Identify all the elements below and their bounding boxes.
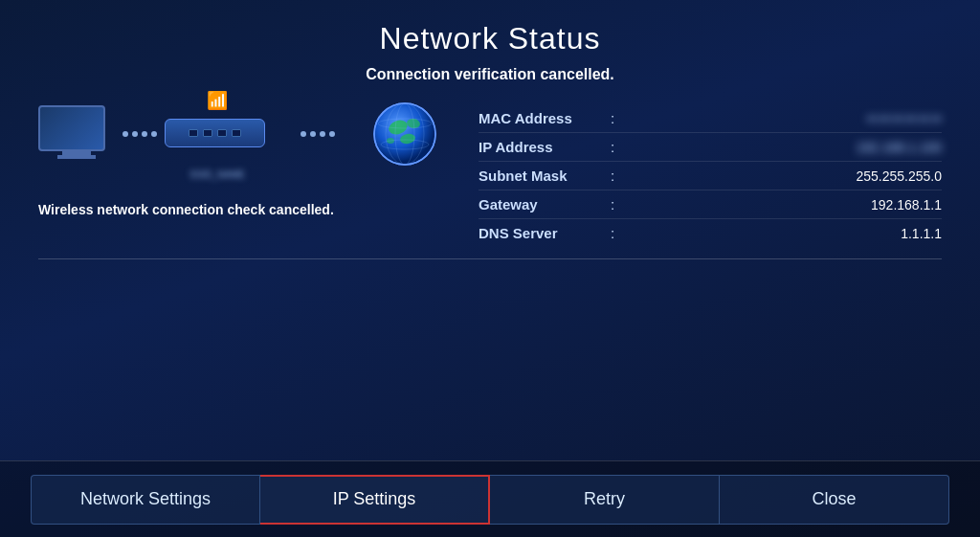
globe-icon bbox=[371, 101, 438, 168]
info-label: MAC Address bbox=[479, 110, 603, 126]
page-title: Network Status bbox=[0, 0, 980, 66]
diagram-row: 📶 SSID_NAME bbox=[38, 101, 438, 168]
info-colon: : bbox=[603, 110, 622, 126]
close-button[interactable]: Close bbox=[720, 475, 949, 525]
router-port bbox=[217, 129, 227, 137]
router-body bbox=[165, 119, 265, 147]
dot bbox=[329, 131, 335, 137]
connection-status-subtitle: Connection verification cancelled. bbox=[0, 66, 980, 83]
network-diagram: 📶 SSID_NAME bbox=[38, 101, 450, 217]
router-label: SSID_NAME bbox=[189, 169, 245, 180]
section-divider bbox=[38, 258, 942, 259]
info-label: IP Address bbox=[479, 139, 603, 155]
router-port bbox=[189, 129, 198, 137]
network-info-row: IP Address:192.168.1.100 bbox=[479, 133, 942, 162]
ip-settings-button[interactable]: IP Settings bbox=[260, 475, 490, 525]
network-info-row: Subnet Mask:255.255.255.0 bbox=[479, 162, 942, 190]
dot bbox=[122, 131, 128, 137]
tv-screen bbox=[38, 105, 105, 151]
dot bbox=[132, 131, 138, 137]
router-port bbox=[232, 129, 241, 137]
info-colon: : bbox=[603, 139, 622, 155]
info-colon: : bbox=[603, 196, 622, 213]
network-info-panel: MAC Address:••:••:••:••:••:••IP Address:… bbox=[479, 104, 942, 247]
info-label: Gateway bbox=[479, 196, 603, 213]
tv-base bbox=[57, 155, 96, 159]
network-info-row: Gateway:192.168.1.1 bbox=[479, 190, 942, 219]
main-content: 📶 SSID_NAME bbox=[0, 101, 980, 247]
wireless-notice: Wireless network connection check cancel… bbox=[38, 202, 334, 217]
router-icon: 📶 SSID_NAME bbox=[165, 105, 270, 163]
footer-buttons: Network SettingsIP SettingsRetryClose bbox=[0, 460, 980, 537]
info-colon: : bbox=[603, 168, 622, 184]
network-info-row: DNS Server:1.1.1.1 bbox=[479, 219, 942, 247]
wifi-icon: 📶 bbox=[207, 90, 228, 111]
info-value: 255.255.255.0 bbox=[622, 168, 942, 184]
dot bbox=[310, 131, 316, 137]
tv-icon bbox=[38, 105, 115, 163]
dot bbox=[142, 131, 147, 137]
dot bbox=[151, 131, 157, 137]
network-info-row: MAC Address:••:••:••:••:••:•• bbox=[479, 104, 942, 133]
dots-router-globe bbox=[301, 131, 335, 137]
info-colon: : bbox=[603, 225, 622, 241]
dots-tv-router bbox=[122, 131, 157, 137]
router-port bbox=[203, 129, 212, 137]
info-label: DNS Server bbox=[479, 225, 603, 241]
info-value: 1.1.1.1 bbox=[622, 226, 942, 241]
info-label: Subnet Mask bbox=[479, 168, 603, 184]
retry-button[interactable]: Retry bbox=[490, 475, 720, 525]
dot bbox=[320, 131, 325, 137]
info-value: 192.168.1.100 bbox=[622, 140, 942, 155]
network-settings-button[interactable]: Network Settings bbox=[31, 475, 260, 525]
info-value: ••:••:••:••:••:•• bbox=[622, 111, 942, 126]
info-value: 192.168.1.1 bbox=[622, 197, 942, 213]
dot bbox=[301, 131, 306, 137]
